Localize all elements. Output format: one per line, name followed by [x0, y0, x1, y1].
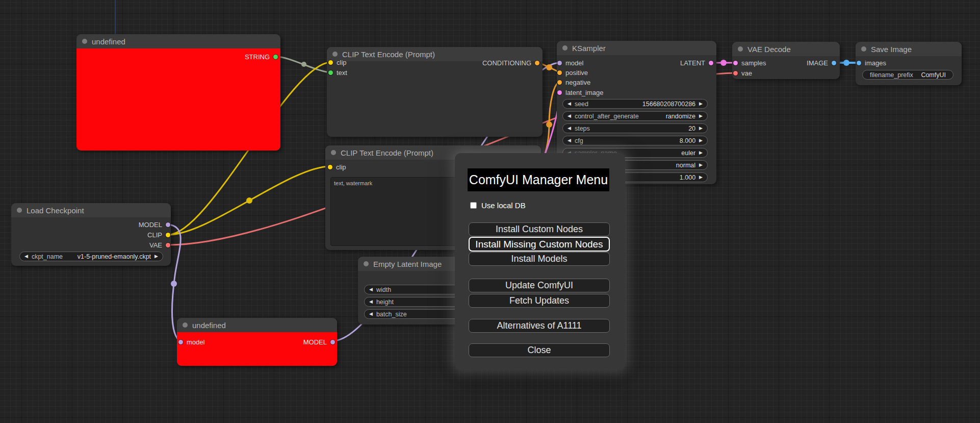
- install-missing-custom-nodes-button[interactable]: Install Missing Custom Nodes: [469, 237, 610, 252]
- increment-icon[interactable]: ▶: [699, 126, 703, 131]
- increment-icon[interactable]: ▶: [699, 138, 703, 143]
- reroute-dot[interactable]: [546, 121, 552, 128]
- node-title-bar[interactable]: Load Checkpoint: [11, 203, 171, 217]
- node-body: [327, 61, 543, 137]
- node-title-bar[interactable]: KSampler: [557, 41, 716, 55]
- fetch-updates-button[interactable]: Fetch Updates: [469, 294, 610, 308]
- widget-cfg[interactable]: ◀ cfg 8.000 ▶: [562, 136, 708, 145]
- increment-icon[interactable]: ▶: [154, 254, 158, 259]
- input-latent-image[interactable]: latent_image: [557, 88, 603, 97]
- reroute-dot[interactable]: [246, 197, 252, 204]
- decrement-icon[interactable]: ◀: [369, 287, 373, 292]
- increment-icon[interactable]: ▶: [699, 102, 703, 106]
- widget-ckpt-name[interactable]: ◀ ckpt_name v1-5-pruned-emaonly.ckpt ▶: [19, 252, 163, 261]
- widget-control-after-generate[interactable]: ◀ control_after_generate randomize ▶: [562, 111, 708, 121]
- input-samples[interactable]: samples: [733, 58, 766, 67]
- input-vae[interactable]: vae: [733, 68, 752, 78]
- conditioning-port-dot[interactable]: [557, 70, 562, 75]
- widget-filename-prefix[interactable]: filename_prefix ComfyUI: [862, 70, 953, 80]
- use-local-db-checkbox[interactable]: [470, 202, 477, 209]
- vae-port-dot[interactable]: [733, 71, 738, 76]
- model-port-dot[interactable]: [330, 340, 335, 344]
- node-save-image[interactable]: Save Image images filename_prefix ComfyU…: [856, 42, 962, 85]
- node-status-icon: [331, 150, 336, 155]
- close-button[interactable]: Close: [469, 343, 610, 357]
- input-clip[interactable]: clip: [328, 58, 347, 67]
- reroute-dot[interactable]: [546, 64, 552, 70]
- output-model[interactable]: MODEL: [139, 220, 170, 229]
- decrement-icon[interactable]: ◀: [568, 126, 571, 131]
- latent-port-dot[interactable]: [733, 61, 738, 65]
- node-undefined-top[interactable]: undefined STRING: [76, 34, 280, 151]
- output-conditioning[interactable]: CONDITIONING: [482, 58, 539, 67]
- node-vae-decode[interactable]: VAE Decode samples vae IMAGE: [732, 42, 840, 79]
- decrement-icon[interactable]: ◀: [369, 300, 373, 304]
- update-comfyui-button[interactable]: Update ComfyUI: [469, 279, 610, 292]
- node-title-bar[interactable]: undefined: [177, 318, 337, 332]
- node-status-icon: [861, 46, 866, 52]
- increment-icon[interactable]: ▶: [699, 175, 703, 180]
- output-string[interactable]: STRING: [245, 52, 278, 61]
- image-port-dot[interactable]: [857, 61, 861, 65]
- node-body: [76, 48, 280, 151]
- reroute-dot[interactable]: [843, 60, 849, 66]
- output-latent[interactable]: LATENT: [680, 58, 713, 67]
- input-negative[interactable]: negative: [557, 78, 590, 87]
- decrement-icon[interactable]: ◀: [568, 114, 571, 118]
- input-model[interactable]: model: [178, 337, 204, 346]
- node-undefined-bottom[interactable]: undefined model MODEL: [177, 318, 337, 366]
- latent-port-dot[interactable]: [709, 61, 713, 65]
- output-image[interactable]: IMAGE: [807, 58, 836, 67]
- input-clip[interactable]: clip: [328, 162, 346, 171]
- node-title-bar[interactable]: VAE Decode: [732, 42, 840, 56]
- graph-canvas[interactable]: undefined STRING CLIP Text Encode (Promp…: [0, 0, 980, 423]
- increment-icon[interactable]: ▶: [699, 151, 703, 155]
- node-title: Save Image: [871, 45, 912, 54]
- node-status-icon: [183, 322, 188, 328]
- image-port-dot[interactable]: [832, 61, 836, 65]
- node-title: CLIP Text Encode (Prompt): [341, 148, 433, 157]
- node-title: undefined: [192, 321, 226, 330]
- install-custom-nodes-button[interactable]: Install Custom Nodes: [469, 222, 610, 236]
- decrement-icon[interactable]: ◀: [568, 138, 571, 143]
- output-clip[interactable]: CLIP: [147, 230, 170, 239]
- input-text[interactable]: text: [328, 68, 347, 77]
- input-positive[interactable]: positive: [557, 68, 588, 77]
- clip-port-dot[interactable]: [166, 233, 170, 237]
- node-title: CLIP Text Encode (Prompt): [342, 50, 435, 59]
- vae-port-dot[interactable]: [166, 243, 170, 247]
- reroute-dot[interactable]: [720, 60, 727, 66]
- node-status-icon: [332, 52, 338, 57]
- node-load-checkpoint[interactable]: Load Checkpoint MODEL CLIP VAE ◀ ckpt_na…: [11, 203, 171, 266]
- string-port-dot[interactable]: [273, 55, 278, 59]
- clip-port-dot[interactable]: [328, 165, 332, 169]
- decrement-icon[interactable]: ◀: [568, 102, 571, 106]
- conditioning-port-dot[interactable]: [535, 61, 539, 65]
- decrement-icon[interactable]: ◀: [369, 312, 373, 316]
- output-model[interactable]: MODEL: [303, 337, 335, 346]
- decrement-icon[interactable]: ◀: [24, 254, 28, 259]
- node-clip-text-encode-1[interactable]: CLIP Text Encode (Prompt) clip text COND…: [327, 47, 543, 137]
- reroute-dot[interactable]: [301, 62, 306, 67]
- output-vae[interactable]: VAE: [149, 240, 170, 250]
- install-models-button[interactable]: Install Models: [469, 252, 610, 266]
- node-title-bar[interactable]: undefined: [76, 34, 280, 48]
- widget-steps[interactable]: ◀ steps 20 ▶: [562, 123, 708, 133]
- node-title-bar[interactable]: Save Image: [856, 42, 962, 56]
- model-port-dot[interactable]: [178, 340, 183, 344]
- model-port-dot[interactable]: [557, 61, 562, 65]
- model-port-dot[interactable]: [166, 222, 170, 227]
- widget-seed[interactable]: ◀ seed 156680208700286 ▶: [562, 99, 708, 109]
- alternatives-of-a1111-button[interactable]: Alternatives of A1111: [469, 319, 610, 333]
- reroute-dot[interactable]: [171, 281, 177, 287]
- dialog-title: ComfyUI Manager Menu: [468, 168, 609, 191]
- text-port-dot[interactable]: [328, 70, 333, 75]
- node-status-icon: [738, 46, 743, 52]
- input-model[interactable]: model: [557, 58, 583, 67]
- input-images[interactable]: images: [857, 58, 886, 67]
- clip-port-dot[interactable]: [328, 60, 333, 65]
- increment-icon[interactable]: ▶: [699, 163, 703, 167]
- latent-port-dot[interactable]: [557, 90, 562, 95]
- increment-icon[interactable]: ▶: [699, 114, 703, 118]
- conditioning-port-dot[interactable]: [557, 80, 562, 85]
